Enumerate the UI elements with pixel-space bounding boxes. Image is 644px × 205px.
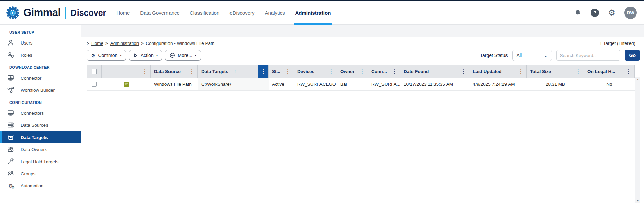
archive-box-icon [6,134,15,141]
active-column-menu-button[interactable]: ⋮ [258,65,268,78]
role-shield-icon [6,51,15,59]
group-icon [6,170,15,177]
monitor-download-icon [6,74,15,82]
cell-owner: Bal [337,78,368,90]
sidebar-item-roles[interactable]: Roles [0,49,81,61]
target-status-select[interactable]: All ⌄ [512,50,552,61]
column-menu-icon[interactable]: ⋮ [285,68,290,75]
gimmal-gear-logo-icon [5,5,20,20]
column-menu-icon[interactable]: ⋮ [626,68,631,75]
header-data-targets[interactable]: Data Targets ↑ ⋮ [198,65,269,78]
table-header-row: ⋮ Data Source ⋮ Data Targets ↑ ⋮ St... ⋮… [87,65,635,78]
sidebar-item-users[interactable]: Users [0,37,81,49]
server-stack-icon [6,121,15,129]
column-menu-icon[interactable]: ⋮ [329,68,334,75]
nav-analytics[interactable]: Analytics [265,1,285,25]
toolbar: ⚙ Common ▾ Action ▾ More... ▾ Target Sta… [81,47,644,65]
sidebar-item-data-owners[interactable]: Data Owners [0,143,81,155]
scroll-down-arrow[interactable]: ▼ [637,200,639,202]
cell-connector: RW_SURFA... [368,78,400,90]
cell-total-size: 28.31 MB [527,78,584,90]
header-icon-column: ⋮ [102,65,151,78]
column-menu-icon[interactable]: ⋮ [576,68,581,75]
header-status[interactable]: St... ⋮ [269,65,294,78]
common-dropdown-button[interactable]: ⚙ Common ▾ [87,50,126,61]
sidebar-item-connectors[interactable]: Connectors [0,107,81,119]
nav-classification[interactable]: Classification [190,1,219,25]
help-icon[interactable]: ? [591,9,599,17]
cell-devices: RW_SURFACEGO [294,78,337,90]
nav-ediscovery[interactable]: eDiscovery [229,1,254,25]
sidebar-section-user-setup: USER SETUP [0,26,81,37]
user-avatar[interactable]: RW [624,7,637,19]
app-header: Gimmal Discover Home Data Governance Cla… [0,1,644,25]
notifications-bell-icon[interactable] [574,9,582,17]
gimmal-logo[interactable]: Gimmal Discover [5,5,106,20]
column-menu-icon[interactable]: ⋮ [142,68,147,75]
breadcrumb-separator: > [141,41,144,46]
breadcrumb-separator: > [105,41,108,46]
row-select-cell [87,78,102,90]
sidebar-item-workflow-builder[interactable]: Workflow Builder [0,84,81,96]
header-on-legal-hold[interactable]: On Legal H... ⋮ [584,65,635,78]
caret-down-icon: ▾ [195,54,197,57]
archive-lock-icon [123,81,130,88]
cell-data-targets: C:\WorkShare\ [198,78,269,90]
header-connector[interactable]: Conn... ⋮ [368,65,400,78]
column-menu-icon[interactable]: ⋮ [360,68,365,75]
column-menu-icon[interactable]: ⋮ [518,68,523,75]
sidebar-item-automation[interactable]: ⚙⚙ Automation [0,180,81,192]
sort-ascending-icon[interactable]: ↑ [234,69,236,74]
breadcrumb-link-home[interactable]: Home [91,41,103,46]
sidebar-item-groups[interactable]: Groups [0,168,81,180]
sidebar-item-data-sources[interactable]: Data Sources [0,119,81,131]
breadcrumb-current: Configuration - Windows File Path [146,41,214,46]
target-status-label: Target Status [480,53,508,58]
vertical-scrollbar[interactable]: ▲ ▼ [635,77,640,203]
sidebar-item-legal-hold-targets[interactable]: Legal Hold Targets [0,155,81,168]
brand-name: Gimmal [23,7,61,19]
common-gear-icon: ⚙ [91,53,95,58]
header-owner[interactable]: Owner ⋮ [337,65,368,78]
header-actions: ? ⚙ RW [574,7,637,19]
sidebar-item-connector[interactable]: Connector [0,72,81,84]
targets-table: ⋮ Data Source ⋮ Data Targets ↑ ⋮ St... ⋮… [87,65,635,91]
gears-icon: ⚙⚙ [6,183,15,188]
sidebar-item-data-targets[interactable]: Data Targets [0,131,81,143]
cell-last-updated: 4/9/2025 7:24:29 AM [469,78,527,90]
go-button[interactable]: Go [625,50,640,61]
people-icon [6,146,15,153]
user-icon [6,39,15,47]
column-menu-icon[interactable]: ⋮ [189,68,194,75]
settings-gear-icon[interactable]: ⚙ [608,9,615,17]
table-row[interactable]: Windows File Path C:\WorkShare\ Active R… [87,78,635,91]
main-content: > Home > Administration > Configuration … [81,25,644,205]
nav-administration[interactable]: Administration [295,1,331,25]
column-menu-icon[interactable]: ⋮ [461,68,466,75]
header-date-found[interactable]: Date Found ⋮ [400,65,469,78]
more-dropdown-button[interactable]: More... ▾ [165,50,201,61]
breadcrumb: > Home > Administration > Configuration … [87,41,214,46]
header-last-updated[interactable]: Last Updated ⋮ [469,65,527,78]
select-all-checkbox[interactable] [92,69,97,74]
sidebar: USER SETUP Users Roles DOWNLOAD CENTER C… [0,25,81,205]
header-total-size[interactable]: Total Size ⋮ [527,65,584,78]
nav-home[interactable]: Home [116,1,130,25]
action-dropdown-button[interactable]: Action ▾ [129,50,162,61]
search-keyword-input[interactable] [556,50,620,61]
header-devices[interactable]: Devices ⋮ [294,65,337,78]
nav-data-governance[interactable]: Data Governance [140,1,180,25]
header-data-source[interactable]: Data Source ⋮ [151,65,198,78]
row-icon-cell [102,78,151,90]
row-checkbox[interactable] [92,82,97,87]
header-select-all-cell [87,65,102,78]
breadcrumb-prefix: > [87,41,89,46]
action-cursor-icon [133,53,138,58]
cell-date-found: 10/17/2023 11:35:35 AM [400,78,469,90]
column-menu-icon[interactable]: ⋮ [392,68,397,75]
caret-down-icon: ▾ [120,54,122,57]
breadcrumb-link-administration[interactable]: Administration [110,41,139,46]
sidebar-section-download-center: DOWNLOAD CENTER [0,61,81,72]
caret-down-icon: ▾ [156,54,158,57]
scroll-up-arrow[interactable]: ▲ [637,78,639,81]
